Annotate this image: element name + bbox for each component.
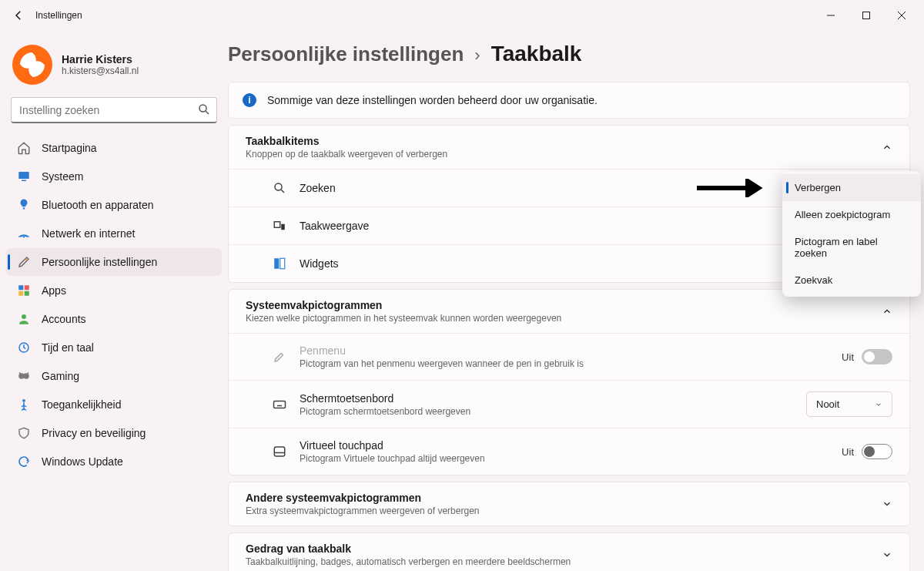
pen-icon	[272, 349, 287, 364]
svg-rect-16	[274, 222, 280, 228]
window-close-button[interactable]	[884, 3, 919, 28]
sidebar-item-time-language[interactable]: Tijd en taal	[6, 334, 222, 361]
chevron-down-icon	[882, 549, 892, 560]
dropdown-item[interactable]: Alleen zoekpictogram	[782, 201, 921, 228]
sidebar-item-bluetooth[interactable]: Bluetooth en apparaten	[6, 191, 222, 219]
section-subtitle: Kiezen welke pictogrammen in het systeem…	[246, 313, 561, 324]
virtual-touchpad-toggle[interactable]	[862, 444, 892, 459]
section-title: Taakbalkitems	[246, 135, 447, 147]
nav-icon	[17, 398, 31, 411]
nav-icon	[17, 455, 31, 469]
window-title: Instellingen	[35, 10, 82, 21]
content-area: Persoonlijke instellingen › Taakbalk i S…	[228, 31, 924, 571]
nav-label: Persoonlijke instellingen	[42, 256, 157, 268]
sidebar-item-personalization[interactable]: Persoonlijke instellingen	[6, 248, 222, 276]
breadcrumb-parent[interactable]: Persoonlijke instellingen	[228, 42, 464, 66]
sidebar-item-system[interactable]: Systeem	[6, 163, 222, 190]
window-minimize-button[interactable]	[813, 3, 849, 28]
svg-rect-7	[25, 285, 29, 290]
nav-label: Windows Update	[42, 455, 123, 468]
dropdown-item[interactable]: Zoekvak	[782, 267, 921, 294]
svg-point-4	[23, 207, 25, 209]
svg-rect-19	[280, 258, 285, 269]
svg-point-1	[199, 105, 206, 112]
sidebar-item-network[interactable]: Netwerk en internet	[6, 220, 222, 247]
nav-icon	[17, 369, 31, 383]
search-icon	[197, 102, 211, 119]
touchpad-icon	[272, 444, 287, 459]
chevron-up-icon	[882, 142, 892, 153]
section-subtitle: Taakbalkuitlijning, badges, automatisch …	[246, 556, 571, 567]
sidebar-item-apps[interactable]: Apps	[6, 277, 222, 304]
sidebar-item-home[interactable]: Startpagina	[6, 134, 222, 162]
section-taskbar-behavior-header[interactable]: Gedrag van taakbalk Taakbalkuitlijning, …	[229, 533, 909, 571]
breadcrumb: Persoonlijke instellingen › Taakbalk	[228, 42, 910, 66]
section-subtitle: Extra systeemvakpictogrammen weergeven o…	[246, 506, 479, 516]
svg-rect-18	[274, 258, 279, 269]
section-taskbar-items-header[interactable]: Taakbalkitems Knoppen op de taakbalk wee…	[229, 126, 909, 169]
search-icon	[272, 180, 287, 196]
svg-point-5	[23, 236, 25, 237]
section-other-systray: Andere systeemvakpictogrammen Extra syst…	[228, 482, 910, 526]
svg-rect-9	[25, 291, 29, 296]
svg-point-14	[22, 399, 25, 402]
sidebar-item-gaming[interactable]: Gaming	[6, 362, 222, 390]
sidebar-item-privacy[interactable]: Privacy en beveiliging	[6, 419, 222, 447]
svg-rect-17	[281, 224, 285, 230]
info-icon: i	[243, 93, 256, 107]
svg-point-10	[22, 314, 26, 319]
profile-email: h.kisters@xs4all.nl	[62, 65, 139, 76]
nav-icon	[17, 312, 31, 326]
pen-menu-toggle	[862, 349, 892, 364]
row-label: Penmenu	[300, 344, 829, 357]
select-value: Nooit	[816, 398, 839, 410]
svg-rect-3	[22, 180, 26, 182]
profile-block[interactable]: Harrie Kisters h.kisters@xs4all.nl	[6, 39, 222, 97]
dropdown-item[interactable]: Verbergen	[782, 174, 921, 201]
nav-label: Apps	[42, 284, 66, 297]
chevron-down-icon	[875, 401, 882, 408]
sidebar-item-accounts[interactable]: Accounts	[6, 305, 222, 333]
chevron-down-icon	[882, 499, 892, 509]
touch-keyboard-select[interactable]: Nooit	[806, 391, 892, 417]
row-virtual-touchpad: Virtueel touchpad Pictogram Virtuele tou…	[229, 428, 909, 475]
svg-rect-21	[274, 447, 285, 456]
nav-icon	[17, 426, 31, 440]
back-button[interactable]	[8, 5, 29, 26]
nav-icon	[17, 141, 31, 155]
sidebar-item-accessibility[interactable]: Toegankelijkheid	[6, 391, 222, 418]
nav-label: Privacy en beveiliging	[42, 427, 146, 439]
section-subtitle: Knoppen op de taakbalk weergeven of verb…	[246, 149, 447, 160]
section-title: Gedrag van taakbalk	[246, 542, 571, 555]
nav-label: Gaming	[42, 370, 79, 382]
nav-label: Startpagina	[42, 142, 97, 154]
nav-label: Netwerk en internet	[42, 227, 135, 240]
toggle-state-label: Uit	[842, 351, 854, 363]
org-managed-banner: i Sommige van deze instellingen worden b…	[228, 82, 910, 119]
search-mode-dropdown: VerbergenAlleen zoekpictogramPictogram e…	[782, 171, 921, 297]
svg-rect-8	[18, 291, 23, 296]
chevron-right-icon: ›	[474, 45, 480, 65]
row-touch-keyboard: Schermtoetsenbord Pictogram schermtoetse…	[229, 380, 909, 428]
sidebar-item-windows-update[interactable]: Windows Update	[6, 448, 222, 475]
row-label: Schermtoetsenbord	[300, 392, 794, 405]
nav-icon	[17, 198, 31, 212]
dropdown-item[interactable]: Pictogram en label zoeken	[782, 228, 921, 267]
section-title: Andere systeemvakpictogrammen	[246, 492, 479, 504]
widgets-icon	[272, 256, 287, 271]
svg-rect-2	[18, 172, 29, 179]
keyboard-icon	[272, 397, 287, 412]
window-maximize-button[interactable]	[849, 3, 884, 28]
nav-icon	[17, 255, 31, 269]
profile-name: Harrie Kisters	[62, 53, 139, 65]
section-taskbar-behavior: Gedrag van taakbalk Taakbalkuitlijning, …	[228, 532, 910, 571]
search-input[interactable]	[11, 97, 217, 123]
row-sublabel: Pictogram schermtoetsenbord weergeven	[300, 406, 794, 417]
section-other-systray-header[interactable]: Andere systeemvakpictogrammen Extra syst…	[229, 482, 909, 526]
nav-icon	[17, 170, 31, 183]
chevron-up-icon	[882, 306, 892, 317]
row-sublabel: Pictogram Virtuele touchpad altijd weerg…	[300, 453, 829, 464]
svg-rect-0	[863, 12, 870, 19]
svg-rect-6	[18, 285, 23, 290]
annotation-arrow-icon	[697, 179, 774, 197]
